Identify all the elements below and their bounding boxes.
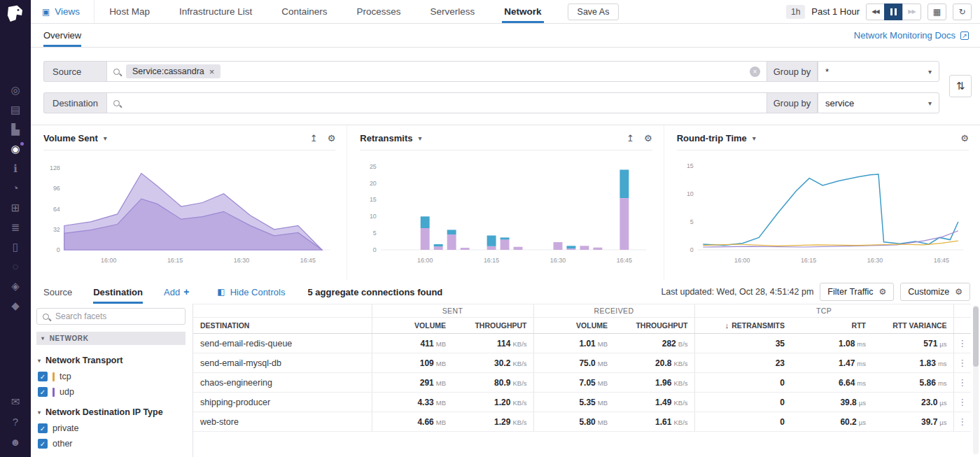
facet-item-other[interactable]: ✓other [38, 439, 186, 449]
views-menu[interactable]: ▣ Views [31, 0, 94, 23]
time-range-chip[interactable]: 1h [786, 5, 805, 19]
column-header-throughput[interactable]: THROUGHPUT [614, 318, 694, 334]
integrations-icon[interactable]: ◆ [8, 300, 22, 311]
export-icon[interactable]: ↥ [310, 133, 318, 143]
row-menu-kebab-icon[interactable]: ⋮ [953, 373, 971, 393]
scrollbar-thumb[interactable] [973, 307, 979, 367]
column-header-destination[interactable]: DESTINATION [193, 318, 372, 334]
volume-sent-chart-header[interactable]: Volume Sent ▾ ↥ ⚙ [43, 133, 335, 150]
network-monitoring-docs-link[interactable]: Network Monitoring Docs ↗ [854, 30, 969, 41]
apm-icon[interactable]: ◔ [8, 183, 22, 193]
gear-icon[interactable]: ⚙ [328, 133, 336, 143]
table-scrollbar[interactable] [973, 305, 979, 454]
pill-remove-icon[interactable]: × [209, 67, 215, 76]
infrastructure-icon[interactable]: ▤ [8, 104, 22, 115]
retransmits-chart[interactable]: 051015202516:0016:1516:3016:45 [360, 152, 652, 272]
volume-sent-chart[interactable]: 032649612816:0016:1516:3016:45 [43, 152, 335, 272]
pause-button[interactable] [884, 3, 903, 20]
row-menu-kebab-icon[interactable]: ⋮ [953, 412, 971, 432]
destination-cell[interactable]: send-email-mysql-db [193, 353, 372, 373]
destination-search-box[interactable] [106, 92, 767, 113]
round-trip-time-chart[interactable]: 05101516:0016:1516:3016:45 [677, 152, 969, 272]
table-row[interactable]: send-email-redis-queue411MB114KB/s1.01MB… [193, 334, 971, 353]
facet-search-box[interactable] [36, 308, 186, 325]
tab-infrastructure-list[interactable]: Infrastructure List [164, 0, 267, 23]
source-group-by-select[interactable]: * ▾ [818, 61, 939, 82]
facet-section-ip-type[interactable]: ▾ Network Destination IP Type [38, 407, 186, 417]
column-header-volume[interactable]: VOLUME [533, 318, 614, 334]
column-header-retransmits[interactable]: ↓RETRANSMITS [694, 318, 791, 334]
chat-icon[interactable]: ✉ [8, 396, 22, 407]
column-header-rtt[interactable]: RTT [791, 318, 872, 334]
retransmits-chart-header[interactable]: Retransmits ▾ ↥ ⚙ [360, 133, 652, 150]
table-row[interactable]: web-store4.66MB1.29KB/s5.80MB1.61KB/s060… [193, 412, 971, 432]
pipelines-icon[interactable]: ≣ [8, 222, 22, 232]
time-range-label[interactable]: Past 1 Hour [811, 6, 860, 17]
logs-icon[interactable]: ▯ [8, 241, 22, 252]
facet-search-input[interactable] [54, 311, 179, 322]
destination-cell[interactable]: shipping-producer [193, 393, 372, 412]
column-header-rtt-variance[interactable]: RTT VARIANCE [872, 318, 953, 334]
checkbox-checked-icon[interactable]: ✓ [38, 423, 48, 433]
network-icon[interactable]: ◉ [8, 143, 22, 154]
facet-item-udp[interactable]: ✓udp [38, 387, 186, 397]
facet-section-network-transport[interactable]: ▾ Network Transport [38, 356, 186, 365]
add-tab-button[interactable]: Add + [164, 286, 189, 297]
value-cell: 282B/s [614, 334, 694, 353]
round-trip-time-chart-header[interactable]: Round-trip Time ▾ ⚙ [677, 133, 969, 150]
tab-serverless[interactable]: Serverless [416, 0, 490, 23]
row-menu-kebab-icon[interactable]: ⋮ [953, 353, 971, 373]
gear-icon: ⚙ [878, 287, 886, 297]
checkbox-checked-icon[interactable]: ✓ [38, 387, 48, 397]
destination-cell[interactable]: chaos-engineering [193, 373, 372, 393]
gear-icon[interactable]: ⚙ [960, 133, 969, 143]
save-as-button[interactable]: Save As [568, 3, 620, 20]
filter-pill-service-cassandra[interactable]: Service:cassandra × [126, 64, 220, 78]
help-icon[interactable]: ? [8, 416, 22, 427]
processes-icon[interactable]: ⊞ [8, 202, 22, 213]
admin-icon[interactable]: ☻ [8, 437, 22, 447]
customize-button[interactable]: Customize ⚙ [900, 283, 970, 301]
facet-item-tcp[interactable]: ✓tcp [38, 372, 186, 381]
tab-destination[interactable]: Destination [93, 280, 143, 304]
destination-group-by-select[interactable]: service ▾ [818, 92, 939, 113]
calendar-button[interactable]: ▦ [927, 3, 946, 20]
tab-overview[interactable]: Overview [43, 24, 81, 47]
hide-controls-button[interactable]: ◧ Hide Controls [217, 287, 285, 297]
datadog-logo-icon[interactable] [5, 3, 26, 24]
source-search-input[interactable] [227, 66, 743, 77]
forward-button[interactable]: ▶▶ [902, 3, 921, 20]
tab-network[interactable]: Network [489, 0, 556, 23]
checkbox-checked-icon[interactable]: ✓ [38, 372, 48, 381]
row-menu-kebab-icon[interactable]: ⋮ [953, 334, 971, 353]
column-header-throughput[interactable]: THROUGHPUT [452, 318, 533, 334]
notebooks-icon[interactable]: ℹ [8, 163, 22, 174]
rewind-button[interactable]: ◀◀ [866, 3, 885, 20]
export-icon[interactable]: ↥ [626, 133, 634, 143]
metrics-icon[interactable]: ▙ [8, 124, 22, 134]
tab-containers[interactable]: Containers [267, 0, 342, 23]
gear-icon[interactable]: ⚙ [644, 133, 652, 143]
synthetics-icon[interactable]: ◌ [8, 261, 22, 272]
tab-source[interactable]: Source [43, 280, 72, 304]
tab-host-map[interactable]: Host Map [94, 0, 164, 23]
clear-search-icon[interactable]: × [750, 66, 760, 77]
checkbox-checked-icon[interactable]: ✓ [38, 439, 48, 449]
table-row[interactable]: send-email-mysql-db109MB30.2KB/s75.0MB20… [193, 353, 971, 373]
filter-traffic-button[interactable]: Filter Traffic ⚙ [820, 283, 894, 301]
watchdog-icon[interactable]: ◎ [8, 85, 22, 95]
tab-processes[interactable]: Processes [342, 0, 416, 23]
destination-cell[interactable]: send-email-redis-queue [193, 334, 372, 353]
table-row[interactable]: chaos-engineering291MB80.9KB/s7.05MB1.96… [193, 373, 971, 393]
swap-source-destination-button[interactable]: ⇅ [949, 75, 972, 97]
source-search-box[interactable]: Service:cassandra × × [106, 61, 767, 82]
security-icon[interactable]: ◈ [8, 281, 22, 291]
destination-search-input[interactable] [126, 97, 760, 108]
destination-cell[interactable]: web-store [193, 412, 372, 432]
row-menu-kebab-icon[interactable]: ⋮ [953, 393, 971, 412]
column-header-volume[interactable]: VOLUME [372, 318, 452, 334]
table-row[interactable]: shipping-producer4.33MB1.20KB/s5.35MB1.4… [193, 393, 971, 412]
refresh-button[interactable]: ↻ [953, 3, 972, 20]
facet-item-private[interactable]: ✓private [38, 423, 186, 433]
facet-group-network[interactable]: ▾ NETWORK [36, 332, 186, 345]
